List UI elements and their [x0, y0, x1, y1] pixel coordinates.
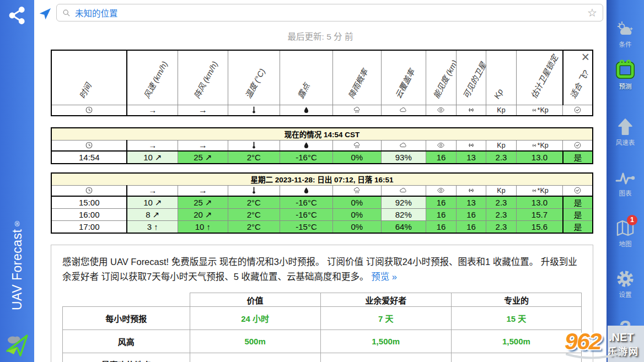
- pricing-value: ✔ 10: [451, 353, 581, 362]
- icon-row: → → Kp *Kp: [51, 185, 593, 196]
- pricing-row-hourly: 每小时预报 24 小时 7 天 15 天: [63, 307, 582, 330]
- pricing-value: 24 小时: [190, 307, 320, 330]
- last-updated-status: 最后更新: 5 分 前: [34, 30, 607, 42]
- current-conditions-title: 现在的情况 14:54 CST: [51, 128, 593, 140]
- cell-satlock: 15.6: [516, 221, 562, 234]
- cell-visibility: 16: [426, 209, 457, 221]
- cell-kp: 2.3: [486, 221, 516, 234]
- clock-icon: [85, 106, 93, 114]
- sidebar-item-charts[interactable]: 图表: [607, 169, 644, 197]
- pricing-blank-cell: [63, 293, 190, 307]
- share-icon[interactable]: [7, 6, 27, 25]
- cell-satlock: 13.0: [516, 196, 562, 209]
- cell-windspeed: 3 ↑: [127, 221, 178, 234]
- left-sidebar: UAV Forecast®: [0, 0, 34, 362]
- uav-forecast-logo-icon: [4, 332, 30, 359]
- satellite-signal-icon: [531, 187, 538, 194]
- sidebar-item-windspeed[interactable]: 风速表: [607, 117, 644, 147]
- pricing-row-favorites: 最喜欢的地点 ✔ 1 ✔ 5 ✔ 10: [63, 353, 582, 362]
- wind-arrow-icon: →: [148, 186, 157, 195]
- pricing-tier-value: 价值: [190, 293, 320, 307]
- sidebar-item-conditions[interactable]: 条件: [607, 20, 644, 48]
- satellite-signal-icon: [531, 142, 538, 149]
- col-good-to-fly: 适合 飞?: [566, 68, 591, 100]
- cell-satlock: 15.7: [516, 209, 562, 221]
- pricing-value: 1,500m: [451, 330, 581, 353]
- eye-icon: [437, 106, 445, 114]
- sidebar-item-label: 风速表: [607, 138, 644, 147]
- sidebar-item-help[interactable]: ? 帮助: [607, 318, 644, 348]
- sidebar-item-label: 地图: [607, 239, 644, 248]
- col-windspeed: 风速 (km/h): [141, 58, 170, 100]
- favorite-star-icon[interactable]: ☆: [587, 6, 597, 19]
- right-sidebar: 条件 预测 风速表 图表: [607, 0, 644, 362]
- pricing-row-windheight: 风高 500m 1,500m 1,500m: [63, 330, 582, 353]
- up-arrow-icon: [616, 117, 635, 137]
- pricing-row-label: 最喜欢的地点: [63, 353, 190, 362]
- weather-conditions-icon: [615, 20, 635, 39]
- day-forecast-table: 星期二 2023-11-28: 日出 07:12, 日落 16:51 → → K…: [51, 172, 593, 234]
- eye-icon: [437, 141, 445, 149]
- droplet-icon: [302, 141, 310, 149]
- forecast-row: 16:00 8 ↗ 20 ↗ 2°C -16°C 0% 82% 16 16 2.…: [51, 209, 593, 221]
- pricing-value: 7 天: [320, 307, 451, 330]
- satellite-signal-icon: [467, 141, 475, 149]
- kp-label: Kp: [497, 142, 505, 149]
- cell-visibility: 16: [426, 151, 457, 164]
- col-satellite-lock: 估计卫星锁定: [528, 52, 560, 100]
- col-gust: 阵风 (km/h): [191, 58, 220, 100]
- pulse-chart-icon: [615, 169, 636, 187]
- cell-goodtofly: 是: [563, 221, 593, 234]
- preview-link[interactable]: 预览 »: [371, 272, 397, 282]
- sidebar-item-label: 条件: [607, 40, 644, 48]
- sidebar-item-label: 预测: [607, 82, 644, 90]
- kp-label: Kp: [497, 106, 505, 114]
- cell-dewpoint: -16°C: [280, 151, 332, 164]
- eye-icon: [437, 186, 445, 194]
- cell-satellites: 13: [456, 196, 486, 209]
- gust-arrow-icon: →: [198, 186, 207, 195]
- check-circle-icon: [573, 141, 582, 149]
- cell-dewpoint: -15°C: [280, 221, 332, 234]
- pricing-table: 价值 业余爱好者 专业的 每小时预报 24 小时 7 天 15 天 风高 500…: [62, 293, 582, 362]
- help-question-icon: ?: [607, 318, 644, 338]
- cell-gust: 25 ↗: [178, 196, 228, 209]
- gps-navigation-icon[interactable]: [39, 6, 53, 20]
- sidebar-item-forecast[interactable]: 预测: [607, 58, 644, 90]
- col-time: 时间: [76, 80, 94, 100]
- rain-cloud-icon: [353, 106, 361, 114]
- col-dewpoint: 露点: [294, 80, 312, 100]
- cell-goodtofly: 是: [563, 196, 593, 209]
- kp-label: Kp: [497, 187, 505, 194]
- cell-dewpoint: -16°C: [280, 209, 332, 221]
- cell-cloud: 92%: [381, 196, 426, 209]
- rain-cloud-icon: [353, 141, 361, 149]
- pricing-value: 500m: [190, 330, 320, 353]
- sidebar-item-settings[interactable]: 设置: [607, 269, 644, 299]
- upsell-text: 感谢您使用 UAV Forecast! 免费版显示 现在的情况和3小时预报。 订…: [62, 255, 582, 284]
- cell-temperature: 2°C: [228, 196, 280, 209]
- droplet-icon: [302, 106, 310, 114]
- main-content: 未知的位置 ☆ 最后更新: 5 分 前 时间 风速 (km/h) 阵风 (km/…: [34, 0, 607, 362]
- current-conditions-table: 现在的情况 14:54 CST → → Kp *Kp 14:54: [51, 127, 593, 164]
- search-icon: [62, 9, 71, 17]
- cell-goodtofly: 是: [563, 209, 593, 221]
- cell-kp: 2.3: [486, 151, 516, 164]
- location-search-input[interactable]: 未知的位置 ☆: [56, 4, 603, 21]
- col-rain-probability: 降雨概率: [345, 66, 370, 100]
- satkp-label: *Kp: [538, 106, 549, 114]
- cell-temperature: 2°C: [228, 221, 280, 234]
- registered-mark: ®: [13, 219, 21, 228]
- cell-rain: 0%: [333, 151, 381, 164]
- close-icon[interactable]: ×: [581, 50, 589, 64]
- cell-satellites: 16: [456, 221, 486, 234]
- cell-temperature: 2°C: [228, 151, 280, 164]
- cell-rain: 0%: [333, 209, 381, 221]
- pricing-value: ✔ 5: [320, 353, 451, 362]
- satellite-signal-icon: [467, 186, 475, 194]
- satellite-signal-icon: [467, 106, 475, 114]
- search-value: 未知的位置: [75, 7, 587, 19]
- cell-satellites: 16: [456, 209, 486, 221]
- col-cloud-cover: 云覆盖率: [391, 66, 417, 100]
- sidebar-item-map[interactable]: 1 地图: [607, 218, 644, 248]
